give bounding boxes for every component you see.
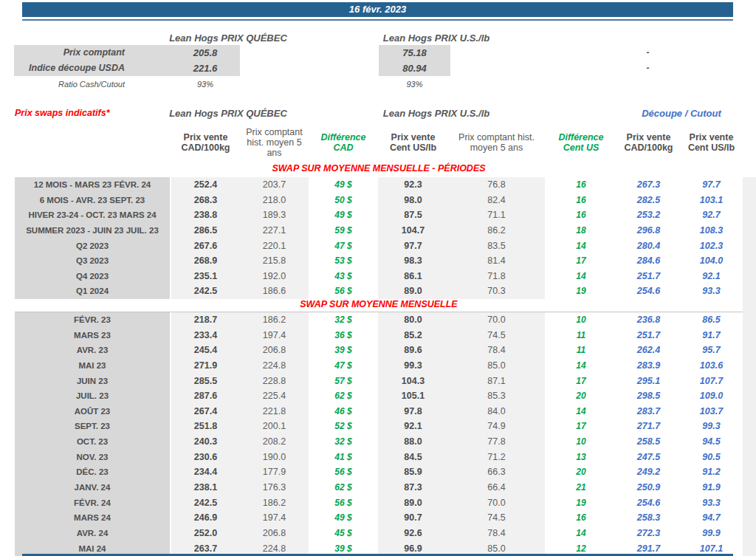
cell-qc-sell: 235.1 — [171, 269, 240, 284]
cell-us-sell: 85.9 — [378, 464, 448, 480]
cell-cutout-us: 107.7 — [680, 374, 743, 389]
spot-row-label: Prix comptant — [14, 45, 125, 61]
cell-label: 6 MOIS - AVR. 23 SEPT. 23 — [15, 193, 171, 208]
table-row: JUIL. 23 287.6 225.4 62 $ 105.1 85.3 20 … — [15, 388, 743, 404]
cell-us-hist: 86.2 — [448, 223, 545, 238]
cell-diff-us: 14 — [545, 526, 617, 541]
table-row: Q2 2023 267.6 220.1 47 $ 97.7 83.5 14 28… — [15, 238, 743, 254]
cell-diff-us: 16 — [545, 177, 617, 193]
cell-diff-us: 13 — [545, 450, 617, 465]
cell-diff-cad: 49 $ — [309, 207, 378, 223]
cell-us-hist: 71.1 — [448, 207, 545, 223]
cell-diff-cad: 57 $ — [309, 374, 378, 389]
cell-us-sell: 90.7 — [378, 510, 448, 526]
spot-cutout-value: - — [624, 61, 672, 76]
cell-label: AVR. 24 — [15, 526, 171, 541]
cell-qc-hist: 186.2 — [240, 312, 309, 328]
cell-cutout-cad: 251.7 — [617, 269, 680, 284]
cell-diff-cad: 50 $ — [309, 193, 378, 208]
cell-cutout-cad: 272.3 — [617, 526, 680, 541]
column-header-spacer — [15, 123, 171, 162]
cell-cutout-cad: 284.6 — [617, 253, 680, 269]
table-row: AVR. 23 245.4 206.8 39 $ 89.6 78.4 11 26… — [15, 343, 743, 358]
cell-diff-us: 16 — [545, 193, 617, 208]
cell-qc-hist: 228.8 — [240, 374, 309, 389]
cell-qc-hist: 186.6 — [240, 284, 309, 299]
spot-us-ratio: 93% — [379, 77, 450, 92]
cell-cutout-us: 104.0 — [680, 253, 743, 269]
cell-us-hist: 78.4 — [448, 526, 545, 541]
table-row: 12 MOIS - MARS 23 FÉVR. 24 252.4 203.7 4… — [15, 177, 743, 193]
spot-quebec-header: Lean Hogs PRIX QUÉBEC — [154, 32, 302, 44]
date-header-bar: 16 févr. 2023 — [22, 2, 733, 17]
cell-qc-hist: 215.8 — [240, 253, 309, 269]
cell-qc-hist: 221.8 — [240, 404, 309, 419]
cell-us-sell: 97.8 — [378, 404, 448, 419]
cell-qc-sell: 252.0 — [171, 526, 240, 541]
cell-qc-sell: 285.5 — [171, 374, 240, 389]
cell-us-hist: 85.3 — [448, 388, 545, 404]
header-divider — [22, 19, 733, 21]
cell-diff-us: 18 — [545, 223, 617, 238]
cell-diff-us: 14 — [545, 269, 617, 284]
cell-us-sell: 88.0 — [378, 434, 448, 450]
column-header-us-hist: Prix comptant hist. moyen 5 ans — [448, 123, 545, 162]
spot-row-label: Indice découpe USDA — [14, 61, 125, 76]
cell-diff-us: 17 — [545, 419, 617, 434]
table-row: JUIN 23 285.5 228.8 57 $ 104.3 87.1 17 2… — [15, 374, 743, 389]
cell-cutout-us: 94.5 — [680, 434, 743, 450]
table-row: FÉVR. 24 242.5 186.2 56 $ 89.0 70.0 19 2… — [15, 495, 743, 511]
monthly-table: FÉVR. 23 218.7 186.2 32 $ 80.0 70.0 10 2… — [15, 312, 743, 556]
cell-us-sell: 92.1 — [378, 419, 448, 434]
cell-us-hist: 78.4 — [448, 343, 545, 358]
cell-qc-sell: 245.4 — [171, 343, 240, 358]
cell-diff-cad: 56 $ — [309, 284, 378, 299]
cell-diff-cad: 32 $ — [309, 434, 378, 450]
cell-cutout-cad: 236.8 — [617, 312, 680, 328]
table-row: Q4 2023 235.1 192.0 43 $ 86.1 71.8 14 25… — [15, 269, 743, 284]
cell-us-hist: 70.0 — [448, 312, 545, 328]
cell-qc-hist: 224.8 — [240, 358, 309, 374]
cell-us-hist: 84.0 — [448, 404, 545, 419]
cell-cutout-cad: 250.9 — [617, 480, 680, 495]
cell-qc-sell: 246.9 — [171, 510, 240, 526]
cell-label: MARS 23 — [15, 328, 171, 343]
cell-qc-sell: 267.4 — [171, 404, 240, 419]
swaps-title: Prix swaps indicatifs* — [15, 108, 110, 118]
cell-diff-cad: 39 $ — [309, 343, 378, 358]
table-row: NOV. 23 230.6 190.0 41 $ 84.5 71.2 13 24… — [15, 450, 743, 465]
cell-label: OCT. 23 — [15, 434, 171, 450]
cell-diff-cad: 56 $ — [309, 464, 378, 480]
cell-label: MAI 23 — [15, 358, 171, 374]
cell-us-hist: 71.8 — [448, 269, 545, 284]
cell-qc-hist: 197.4 — [240, 510, 309, 526]
cell-diff-cad: 62 $ — [309, 480, 378, 495]
table-row: HIVER 23-24 - OCT. 23 MARS 24 238.8 189.… — [15, 207, 743, 223]
cell-us-sell: 97.7 — [378, 238, 448, 254]
cell-cutout-us: 92.7 — [680, 207, 743, 223]
cell-diff-cad: 59 $ — [309, 223, 378, 238]
cell-diff-cad: 36 $ — [309, 328, 378, 343]
cell-cutout-us: 108.3 — [680, 223, 743, 238]
cell-qc-sell: 233.4 — [171, 328, 240, 343]
table-row: SUMMER 2023 - JUIN 23 JUIL. 23 286.5 227… — [15, 223, 743, 238]
table-row: AVR. 24 252.0 206.8 45 $ 92.6 78.4 14 27… — [15, 526, 743, 541]
cell-qc-hist: 218.0 — [240, 193, 309, 208]
cell-diff-us: 14 — [545, 238, 617, 254]
cell-cutout-us: 103.6 — [680, 358, 743, 374]
table-row: JANV. 24 238.1 176.3 62 $ 87.3 66.4 21 2… — [15, 480, 743, 495]
cell-qc-sell: 268.9 — [171, 253, 240, 269]
cell-label: JUIN 23 — [15, 374, 171, 389]
cell-cutout-us: 99.9 — [680, 526, 743, 541]
cell-cutout-cad: 253.2 — [617, 207, 680, 223]
cell-label: Q1 2024 — [15, 284, 171, 299]
cell-diff-us: 20 — [545, 388, 617, 404]
cell-us-sell: 105.1 — [378, 388, 448, 404]
cell-us-hist: 83.5 — [448, 238, 545, 254]
cell-qc-sell: 242.5 — [171, 284, 240, 299]
cell-diff-us: 16 — [545, 510, 617, 526]
cell-qc-hist: 177.9 — [240, 464, 309, 480]
cell-diff-cad: 43 $ — [309, 269, 378, 284]
cell-qc-hist: 225.4 — [240, 388, 309, 404]
cell-qc-hist: 189.3 — [240, 207, 309, 223]
